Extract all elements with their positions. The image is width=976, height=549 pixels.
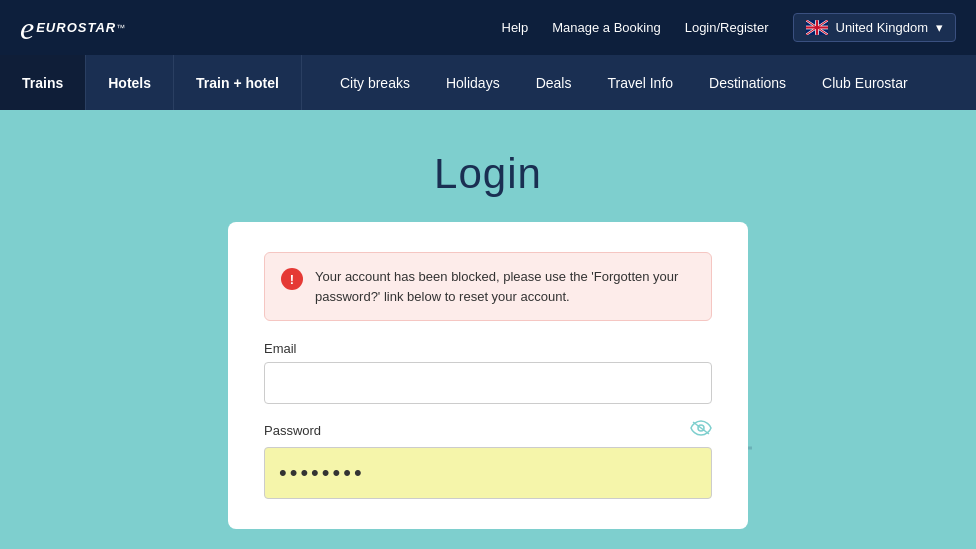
- nav-club-eurostar[interactable]: Club Eurostar: [804, 55, 926, 110]
- help-link[interactable]: Help: [502, 20, 529, 35]
- login-title: Login: [434, 150, 542, 198]
- tab-hotels[interactable]: Hotels: [86, 55, 174, 110]
- email-label: Email: [264, 341, 712, 356]
- uk-flag-icon: [806, 20, 828, 35]
- password-row: Password: [264, 420, 712, 441]
- logo: e EUROSTAR ™: [20, 12, 125, 44]
- chevron-down-icon: ▾: [936, 20, 943, 35]
- region-selector[interactable]: United Kingdom ▾: [793, 13, 957, 42]
- logo-brand[interactable]: EUROSTAR: [36, 20, 116, 35]
- error-banner: ! Your account has been blocked, please …: [264, 252, 712, 321]
- nav-deals[interactable]: Deals: [518, 55, 590, 110]
- error-icon: !: [281, 268, 303, 290]
- logo-e-letter: e: [20, 12, 34, 44]
- email-input[interactable]: [264, 362, 712, 404]
- password-label: Password: [264, 423, 321, 438]
- top-bar: e EUROSTAR ™ Help Manage a Booking Login…: [0, 0, 976, 55]
- region-label: United Kingdom: [836, 20, 929, 35]
- nav-holidays[interactable]: Holidays: [428, 55, 518, 110]
- main-nav: Trains Hotels Train + hotel City breaks …: [0, 55, 976, 110]
- error-message: Your account has been blocked, please us…: [315, 267, 695, 306]
- nav-destinations[interactable]: Destinations: [691, 55, 804, 110]
- tab-train-hotel[interactable]: Train + hotel: [174, 55, 302, 110]
- manage-booking-link[interactable]: Manage a Booking: [552, 20, 660, 35]
- svg-line-25: [693, 422, 709, 434]
- tab-trains[interactable]: Trains: [0, 55, 86, 110]
- top-nav: Help Manage a Booking Login/Register Uni…: [502, 13, 957, 42]
- password-input[interactable]: [264, 447, 712, 499]
- content-area: Login ! Your account has been blocked, p…: [0, 110, 976, 549]
- show-password-icon[interactable]: [690, 420, 712, 441]
- nav-city-breaks[interactable]: City breaks: [322, 55, 428, 110]
- login-register-link[interactable]: Login/Register: [685, 20, 769, 35]
- main-nav-tabs: Trains Hotels Train + hotel: [0, 55, 302, 110]
- nav-travel-info[interactable]: Travel Info: [589, 55, 691, 110]
- main-nav-links: City breaks Holidays Deals Travel Info D…: [322, 55, 926, 110]
- login-form-box: ! Your account has been blocked, please …: [228, 222, 748, 529]
